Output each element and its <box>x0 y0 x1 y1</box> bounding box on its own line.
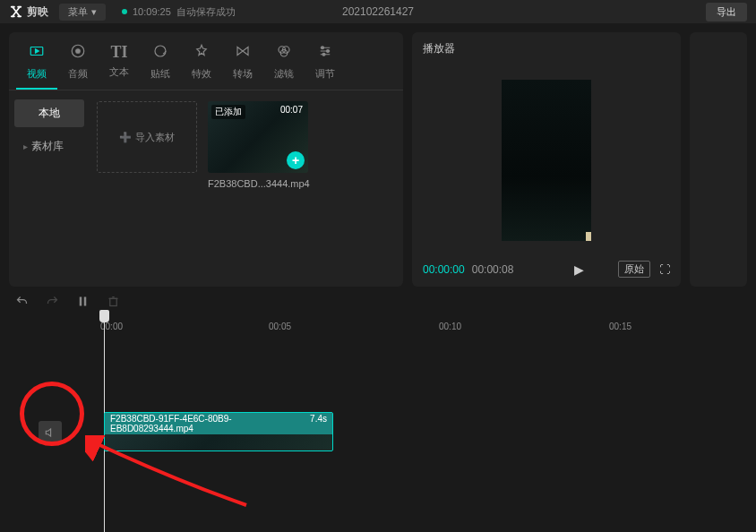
split-button[interactable] <box>73 292 91 310</box>
tab-adjust[interactable]: 调节 <box>305 39 346 90</box>
svg-point-9 <box>322 53 325 56</box>
media-side-nav: 本地 ▸素材库 <box>9 90 90 287</box>
logo-text: 剪映 <box>27 4 48 20</box>
preview-controls: 00:00:00 00:00:08 ▶ 原始 ⛶ <box>423 257 670 278</box>
media-clip[interactable]: 已添加 00:07 + F2B38CBD...3444.mp4 <box>208 101 308 276</box>
delete-button[interactable] <box>104 292 122 310</box>
clip-duration: 00:07 <box>280 105 303 115</box>
tab-label: 调节 <box>315 67 335 81</box>
top-bar: 剪映 菜单 ▾ 10:09:25 自动保存成功 202102261427 导出 <box>0 0 756 23</box>
import-label: 导入素材 <box>135 132 175 142</box>
tab-label: 滤镜 <box>274 67 294 81</box>
tab-filter[interactable]: 滤镜 <box>263 39 305 90</box>
media-tabs: 视频 音频 TI 文本 贴纸 特效 转场 <box>9 32 403 90</box>
time-current: 00:00:00 <box>423 263 465 276</box>
transition-icon <box>235 43 251 64</box>
clip-filename: F2B38CBD...3444.mp4 <box>208 178 308 189</box>
playhead-handle[interactable] <box>99 310 109 322</box>
sidenav-library[interactable]: ▸素材库 <box>14 133 84 160</box>
tab-sticker[interactable]: 贴纸 <box>140 39 181 90</box>
tab-effects[interactable]: 特效 <box>181 39 222 90</box>
sticker-icon <box>152 43 168 64</box>
svg-point-8 <box>327 50 330 53</box>
preview-panel: 播放器 00:00:00 00:00:08 ▶ 原始 ⛶ <box>412 32 681 287</box>
ruler-mark: 00:15 <box>609 322 631 331</box>
autosave-msg: 自动保存成功 <box>176 5 236 19</box>
original-ratio-button[interactable]: 原始 <box>618 261 650 278</box>
text-icon: TI <box>110 43 127 62</box>
tab-text[interactable]: TI 文本 <box>99 39 140 90</box>
tab-transition[interactable]: 转场 <box>222 39 263 90</box>
media-panel: 视频 音频 TI 文本 贴纸 特效 转场 <box>9 32 403 287</box>
effects-icon <box>193 43 210 64</box>
app-logo: 剪映 <box>9 4 48 20</box>
clip-track-duration: 7.4s <box>310 414 327 433</box>
export-button[interactable]: 导出 <box>706 3 747 21</box>
timeline-tracks[interactable]: F2B38CBD-91FF-4E6C-80B9-EB8D08293444.mp4… <box>0 337 756 532</box>
clip-track-label: F2B38CBD-91FF-4E6C-80B9-EB8D08293444.mp4… <box>105 413 332 434</box>
import-media-button[interactable]: ➕ 导入素材 <box>97 101 197 173</box>
tab-label: 文本 <box>109 65 129 79</box>
media-grid: ➕ 导入素材 已添加 00:07 + F2B38CBD...3444.mp4 <box>90 90 403 287</box>
clip-thumbnail: 已添加 00:07 + <box>208 101 308 173</box>
ruler-mark: 00:05 <box>269 322 291 331</box>
sidenav-library-label: 素材库 <box>31 140 64 152</box>
clip-track-name: F2B38CBD-91FF-4E6C-80B9-EB8D08293444.mp4 <box>110 414 301 433</box>
tab-label: 视频 <box>27 67 47 81</box>
svg-point-7 <box>322 47 324 49</box>
autosave-status: 10:09:25 自动保存成功 <box>122 5 236 19</box>
video-icon <box>29 43 45 64</box>
project-name: 202102261427 <box>342 5 414 18</box>
preview-title: 播放器 <box>423 41 670 56</box>
svg-rect-12 <box>109 298 116 305</box>
undo-button[interactable] <box>13 292 30 310</box>
tab-label: 贴纸 <box>150 67 170 81</box>
chevron-right-icon: ▸ <box>23 142 28 151</box>
tab-label: 特效 <box>192 67 211 81</box>
add-clip-button[interactable]: + <box>287 151 305 169</box>
preview-area[interactable] <box>423 64 670 257</box>
audio-icon <box>70 43 86 64</box>
tab-video[interactable]: 视频 <box>16 39 57 90</box>
play-button[interactable]: ▶ <box>574 262 584 277</box>
adjust-icon <box>317 43 333 64</box>
status-dot-icon <box>122 9 127 14</box>
chevron-down-icon: ▾ <box>91 6 97 18</box>
clip-added-badge: 已添加 <box>211 105 245 119</box>
menu-label: 菜单 <box>68 5 88 19</box>
time-total: 00:00:08 <box>472 263 514 276</box>
timeline-clip[interactable]: F2B38CBD-91FF-4E6C-80B9-EB8D08293444.mp4… <box>104 412 333 451</box>
menu-dropdown[interactable]: 菜单 ▾ <box>59 4 106 21</box>
svg-point-3 <box>155 46 166 56</box>
inspector-panel <box>690 32 747 287</box>
tab-label: 音频 <box>68 67 88 81</box>
upper-section: 视频 音频 TI 文本 贴纸 特效 转场 <box>0 23 756 287</box>
timeline: 00:00 00:05 00:10 00:15 F2B38CBD-91FF-4E… <box>0 315 756 532</box>
track-mute-button[interactable] <box>39 421 62 444</box>
ruler-mark: 00:10 <box>439 322 461 331</box>
filter-icon <box>276 43 292 64</box>
sidenav-local[interactable]: 本地 <box>14 99 84 127</box>
media-body: 本地 ▸素材库 ➕ 导入素材 已添加 00:07 + F2B38CBD...34… <box>9 90 403 287</box>
svg-rect-10 <box>79 296 82 305</box>
svg-point-2 <box>76 49 81 54</box>
autosave-time: 10:09:25 <box>133 6 171 17</box>
redo-button[interactable] <box>43 292 61 310</box>
tab-label: 转场 <box>233 67 253 81</box>
svg-rect-11 <box>83 296 86 305</box>
timeline-toolbar <box>0 287 756 315</box>
fullscreen-icon[interactable]: ⛶ <box>659 263 670 276</box>
preview-video <box>502 80 591 241</box>
timeline-ruler[interactable]: 00:00 00:05 00:10 00:15 <box>0 315 756 337</box>
tab-audio[interactable]: 音频 <box>57 39 99 90</box>
